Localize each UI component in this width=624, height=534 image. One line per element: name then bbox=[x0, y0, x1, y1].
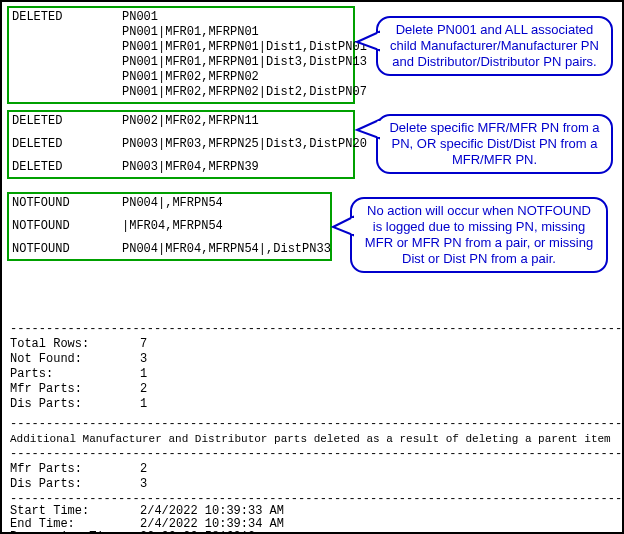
callout-line: MFR or MFR PN from a pair, or missing bbox=[358, 235, 600, 251]
dis-parts-label: Dis Parts: bbox=[10, 477, 140, 492]
log-line: PN003|MFR04,MFRPN39 bbox=[122, 160, 259, 174]
log-box-deleted-pn001: DELETEDPN001 PN001|MFR01,MFRPN01 PN001|M… bbox=[7, 6, 355, 104]
dis-parts-label: Dis Parts: bbox=[10, 397, 140, 412]
parts-value: 1 bbox=[140, 367, 147, 381]
mfr-parts-label: Mfr Parts: bbox=[10, 462, 140, 477]
log-line: PN001|MFR02,MFRPN02 bbox=[122, 70, 259, 84]
callout-line: Delete PN001 and ALL associated bbox=[384, 22, 605, 38]
mfr-parts-value: 2 bbox=[140, 382, 147, 396]
not-found-value: 3 bbox=[140, 352, 147, 366]
callout-line: child Manufacturer/Manufacturer PN bbox=[384, 38, 605, 54]
total-rows-label: Total Rows: bbox=[10, 337, 140, 352]
end-time-value: 2/4/2022 10:39:34 AM bbox=[140, 517, 284, 531]
status-label: NOTFOUND bbox=[12, 242, 122, 257]
additional-message: Additional Manufacturer and Distributor … bbox=[10, 432, 611, 447]
status-label: DELETED bbox=[12, 10, 122, 25]
status-label: DELETED bbox=[12, 137, 122, 152]
callout-delete-all: Delete PN001 and ALL associated child Ma… bbox=[376, 16, 613, 76]
log-line: PN001|MFR01,MFRPN01|Dist3,DistPN13 bbox=[122, 55, 367, 69]
status-label: NOTFOUND bbox=[12, 196, 122, 211]
timing-stats: Start Time:2/4/2022 10:39:33 AM End Time… bbox=[10, 505, 284, 534]
processing-time-value: 00:00:00.5816210 bbox=[140, 530, 255, 534]
total-rows-value: 7 bbox=[140, 337, 147, 351]
callout-tail bbox=[331, 215, 355, 239]
callout-line: Delete specific MFR/MFR PN from a bbox=[384, 120, 605, 136]
divider: ----------------------------------------… bbox=[10, 417, 622, 432]
log-line: PN001 bbox=[122, 10, 158, 24]
log-line: PN001|MFR01,MFRPN01|Dist1,DistPN01 bbox=[122, 40, 367, 54]
callout-line: MFR/MFR PN. bbox=[384, 152, 605, 168]
mfr-parts-label: Mfr Parts: bbox=[10, 382, 140, 397]
log-line: PN001|MFR02,MFRPN02|Dist2,DistPN07 bbox=[122, 85, 367, 99]
callout-line: and Distributor/Distributor PN pairs. bbox=[384, 54, 605, 70]
callout-line: PN, OR specific Dist/Dist PN from a bbox=[384, 136, 605, 152]
dis-parts-value: 3 bbox=[140, 477, 147, 491]
log-line: PN002|MFR02,MFRPN11 bbox=[122, 114, 259, 128]
callout-tail bbox=[355, 118, 381, 142]
status-label: NOTFOUND bbox=[12, 219, 122, 234]
log-box-notfound: NOTFOUNDPN004|,MFRPN54 NOTFOUND|MFR04,MF… bbox=[7, 192, 332, 261]
callout-line: No action will occur when NOTFOUND bbox=[358, 203, 600, 219]
divider: ----------------------------------------… bbox=[10, 322, 622, 337]
summary-stats: Total Rows:7 Not Found:3 Parts:1 Mfr Par… bbox=[10, 337, 147, 412]
log-line: PN001|MFR01,MFRPN01 bbox=[122, 25, 259, 39]
callout-line: Dist or Dist PN from a pair. bbox=[358, 251, 600, 267]
parts-label: Parts: bbox=[10, 367, 140, 382]
status-label: DELETED bbox=[12, 114, 122, 129]
callout-delete-specific: Delete specific MFR/MFR PN from a PN, OR… bbox=[376, 114, 613, 174]
status-label: DELETED bbox=[12, 160, 122, 175]
start-time-value: 2/4/2022 10:39:33 AM bbox=[140, 504, 284, 518]
callout-line: is logged due to missing PN, missing bbox=[358, 219, 600, 235]
log-line: PN004|MFR04,MFRPN54|,DistPN33 bbox=[122, 242, 331, 256]
summary2-stats: Mfr Parts:2 Dis Parts:3 bbox=[10, 462, 147, 492]
log-line: PN003|MFR03,MFRPN25|Dist3,DistPN20 bbox=[122, 137, 367, 151]
callout-notfound: No action will occur when NOTFOUND is lo… bbox=[350, 197, 608, 273]
log-line: PN004|,MFRPN54 bbox=[122, 196, 223, 210]
dis-parts-value: 1 bbox=[140, 397, 147, 411]
not-found-label: Not Found: bbox=[10, 352, 140, 367]
divider: ----------------------------------------… bbox=[10, 447, 622, 462]
mfr-parts-value: 2 bbox=[140, 462, 147, 476]
log-line: |MFR04,MFRPN54 bbox=[122, 219, 223, 233]
log-box-deleted-specific: DELETEDPN002|MFR02,MFRPN11 DELETEDPN003|… bbox=[7, 110, 355, 179]
callout-tail bbox=[355, 30, 381, 54]
